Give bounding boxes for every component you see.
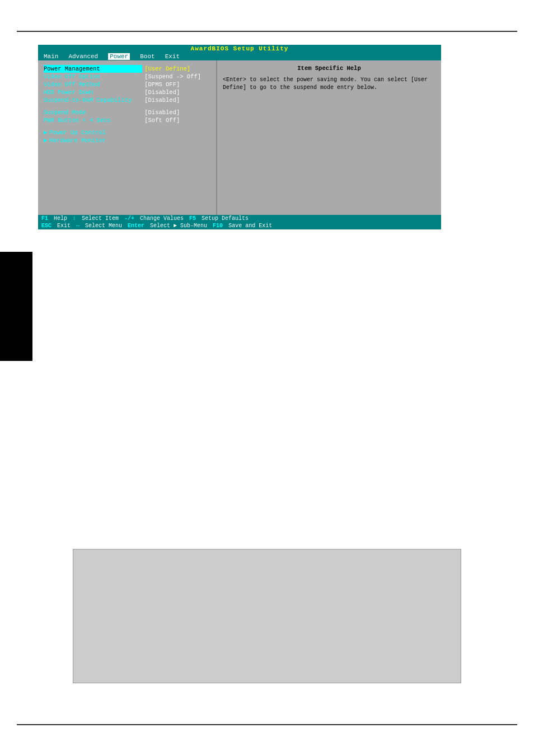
menu-item-exit[interactable]: Exit bbox=[165, 53, 180, 60]
bios-left-panel: Power Management [User Define] Video Off… bbox=[38, 60, 217, 224]
key-plusminus: -/+ bbox=[124, 215, 134, 222]
bottom-gray-box bbox=[73, 549, 461, 683]
setting-value-5: [Disabled] bbox=[142, 109, 210, 116]
key-enter: Enter bbox=[128, 223, 144, 229]
key-f10: F10 bbox=[213, 223, 223, 229]
menu-item-power[interactable]: Power bbox=[108, 53, 130, 60]
submenu-hardware-monitor[interactable]: ► Hardware Monitor bbox=[44, 137, 210, 144]
key-leftright: ↔ bbox=[76, 223, 79, 229]
key-esc: ESC bbox=[41, 223, 51, 229]
submenu-arrow-2: ► bbox=[44, 137, 47, 144]
desc-select-menu: Select Menu bbox=[85, 223, 122, 229]
setting-value-4: [Disabled] bbox=[142, 96, 210, 104]
bios-title-bar: AwardBIOS Setup Utility bbox=[38, 45, 441, 53]
setting-value-1: [Suspend -> Off] bbox=[142, 73, 210, 81]
black-rectangle bbox=[0, 252, 32, 361]
desc-change-values: Change Values bbox=[140, 215, 184, 222]
bios-container: AwardBIOS Setup Utility Main Advanced Po… bbox=[38, 45, 441, 229]
setting-row-0: Power Management [User Define] bbox=[44, 65, 210, 73]
desc-select-item: Select Item bbox=[82, 215, 119, 222]
bios-status-bar-wrapper: F1 Help ↕ Select Item -/+ Change Values … bbox=[38, 215, 441, 229]
desc-exit: Exit bbox=[57, 223, 71, 229]
setting-value-3: [Disabled] bbox=[142, 88, 210, 96]
desc-setup-defaults: Setup Defaults bbox=[202, 215, 249, 222]
bios-right-panel: Item Specific Help <Enter> to select the… bbox=[217, 60, 441, 224]
submenu-arrow-1: ► bbox=[44, 129, 47, 136]
help-title: Item Specific Help bbox=[223, 65, 435, 72]
bios-menu-bar: Main Advanced Power Boot Exit bbox=[38, 53, 441, 60]
status-bar-row1: F1 Help ↕ Select Item -/+ Change Values … bbox=[38, 215, 441, 222]
spacer-1 bbox=[44, 104, 142, 109]
setting-label-6: PWR Button < 4 Secs bbox=[44, 116, 142, 124]
bottom-rule bbox=[17, 724, 517, 725]
setting-row-3: HDD Power Down [Disabled] bbox=[44, 88, 210, 96]
spacer-2 bbox=[44, 124, 142, 129]
menu-item-boot[interactable]: Boot bbox=[140, 53, 154, 60]
key-f5: F5 bbox=[189, 215, 196, 222]
bios-main-content: Power Management [User Define] Video Off… bbox=[38, 60, 441, 224]
setting-row-6: PWR Button < 4 Secs [Soft Off] bbox=[44, 116, 210, 124]
setting-label-5: Suspend Mode bbox=[44, 109, 142, 116]
setting-label-1: Video Off Option bbox=[44, 73, 142, 81]
setting-row-2: Video Off Method [DPMS OFF] bbox=[44, 81, 210, 88]
setting-value-6: [Soft Off] bbox=[142, 116, 210, 124]
menu-item-advanced[interactable]: Advanced bbox=[68, 53, 98, 60]
status-bar-row2: ESC Exit ↔ Select Menu Enter Select ► Su… bbox=[38, 222, 441, 229]
setting-label-0: Power Management bbox=[44, 65, 142, 73]
submenu-label-2: Hardware Monitor bbox=[49, 137, 106, 144]
setting-row-5: Suspend Mode [Disabled] bbox=[44, 109, 210, 116]
setting-value-0: [User Define] bbox=[142, 65, 210, 73]
setting-row-1: Video Off Option [Suspend -> Off] bbox=[44, 73, 210, 81]
key-f1: F1 bbox=[41, 215, 48, 222]
bios-title: AwardBIOS Setup Utility bbox=[191, 45, 289, 52]
desc-save-exit: Save and Exit bbox=[228, 223, 272, 229]
key-updown: ↕ bbox=[73, 215, 76, 222]
bios-settings-table: Power Management [User Define] Video Off… bbox=[44, 65, 210, 129]
desc-help: Help bbox=[54, 215, 67, 222]
desc-select-submenu: Select ► Sub-Menu bbox=[150, 223, 207, 229]
setting-value-2: [DPMS OFF] bbox=[142, 81, 210, 88]
top-rule bbox=[17, 31, 517, 32]
submenu-label-1: Power Up Control bbox=[49, 129, 106, 136]
setting-label-3: HDD Power Down bbox=[44, 88, 142, 96]
page-wrapper: AwardBIOS Setup Utility Main Advanced Po… bbox=[0, 0, 534, 756]
setting-label-2: Video Off Method bbox=[44, 81, 142, 88]
menu-item-main[interactable]: Main bbox=[44, 53, 58, 60]
setting-label-4: Suspend-to-RAM Capability bbox=[44, 96, 142, 104]
submenu-power-up[interactable]: ► Power Up Control bbox=[44, 129, 210, 137]
setting-row-4: Suspend-to-RAM Capability [Disabled] bbox=[44, 96, 210, 104]
help-text: <Enter> to select the power saving mode.… bbox=[223, 76, 435, 92]
